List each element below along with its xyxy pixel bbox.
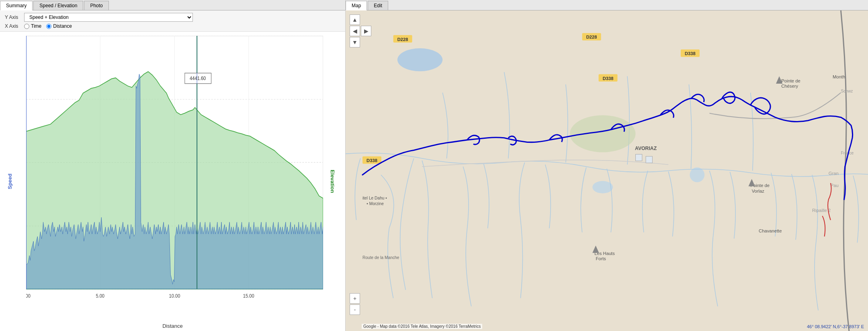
radio-distance[interactable]: Distance [46, 23, 72, 29]
tab-summary[interactable]: Summary [0, 1, 33, 10]
svg-text:D338: D338 [366, 158, 377, 163]
map-navigation: ▲ ◀ ▶ ▼ [350, 14, 371, 47]
map-container[interactable]: D228 D228 D338 D338 D338 AVORIAZ Pointe … [346, 10, 868, 331]
x-axis-options: Time Distance [24, 23, 72, 29]
svg-text:4441.60: 4441.60 [190, 76, 206, 82]
svg-text:Route de la Manche: Route de la Manche [362, 255, 399, 260]
svg-text:D338: D338 [685, 51, 696, 56]
x-axis-label: X Axis [5, 23, 21, 29]
tab-map[interactable]: Map [346, 1, 367, 10]
chart-svg: 0.00 5.00 10.00 15.00 40.00 30.00 20.00 … [26, 36, 323, 313]
pan-up-button[interactable]: ▲ [350, 14, 360, 25]
svg-rect-48 [646, 156, 652, 163]
left-panel: Summary Speed / Elevation Photo Y Axis S… [0, 0, 346, 331]
svg-text:Month: Month [833, 74, 845, 79]
svg-text:France: France [841, 151, 854, 155]
map-coordinates: 46° 08.9422' N,6°-37.8973' E [807, 324, 864, 329]
svg-text:15.00: 15.00 [243, 293, 254, 299]
svg-text:D228: D228 [397, 37, 408, 42]
zoom-in-button[interactable]: + [350, 293, 360, 304]
svg-text:Vorlaz: Vorlaz [752, 189, 765, 193]
svg-text:Pau: Pau [831, 183, 839, 188]
map-tab-bar: Map Edit [346, 0, 868, 10]
y-axis-left-label: Speed [7, 173, 13, 189]
svg-rect-47 [636, 154, 642, 161]
svg-text:D228: D228 [586, 35, 597, 40]
x-axis-bottom-label: Distance [162, 323, 183, 329]
svg-text:itel Le Dahu •: itel Le Dahu • [362, 196, 387, 200]
svg-point-35 [570, 115, 635, 152]
svg-text:AVORIAZ: AVORIAZ [635, 146, 657, 151]
pan-left-button[interactable]: ◀ [350, 26, 360, 36]
svg-point-32 [397, 48, 442, 71]
zoom-controls: + - [350, 293, 360, 315]
pan-right-button[interactable]: ▶ [361, 26, 371, 36]
right-panel: Map Edit [346, 0, 868, 331]
map-attribution: Google - Map data ©2016 Tele Atlas, Imag… [362, 324, 482, 329]
svg-point-34 [690, 167, 704, 182]
y-axis-right-label: Elevation [330, 170, 336, 193]
map-svg: D228 D228 D338 D338 D338 AVORIAZ Pointe … [346, 10, 868, 331]
tab-speed-elevation[interactable]: Speed / Elevation [33, 1, 83, 10]
svg-text:5.00: 5.00 [96, 293, 104, 299]
svg-text:Schwz: Schwz [841, 89, 853, 93]
left-tab-bar: Summary Speed / Elevation Photo [0, 0, 345, 10]
svg-text:• Morzine: • Morzine [366, 201, 384, 206]
tab-edit[interactable]: Edit [368, 1, 388, 10]
svg-text:Gran: Gran [829, 171, 839, 176]
svg-text:Chavanette: Chavanette [759, 228, 782, 233]
radio-time[interactable]: Time [24, 23, 41, 29]
pan-down-button[interactable]: ▼ [350, 37, 360, 47]
y-axis-select[interactable]: Speed + Elevation [24, 13, 193, 22]
svg-text:Chésery: Chésery [781, 84, 798, 88]
tab-photo[interactable]: Photo [84, 1, 108, 10]
chart-area: Speed Elevation Distance [0, 32, 345, 331]
y-axis-label: Y Axis [5, 14, 21, 20]
svg-text:D338: D338 [603, 76, 614, 81]
svg-text:0.00: 0.00 [26, 293, 31, 299]
svg-text:Forts: Forts [596, 256, 606, 261]
zoom-out-button[interactable]: - [350, 304, 360, 315]
svg-text:Pointe de: Pointe de [781, 78, 800, 83]
svg-text:10.00: 10.00 [169, 293, 180, 299]
